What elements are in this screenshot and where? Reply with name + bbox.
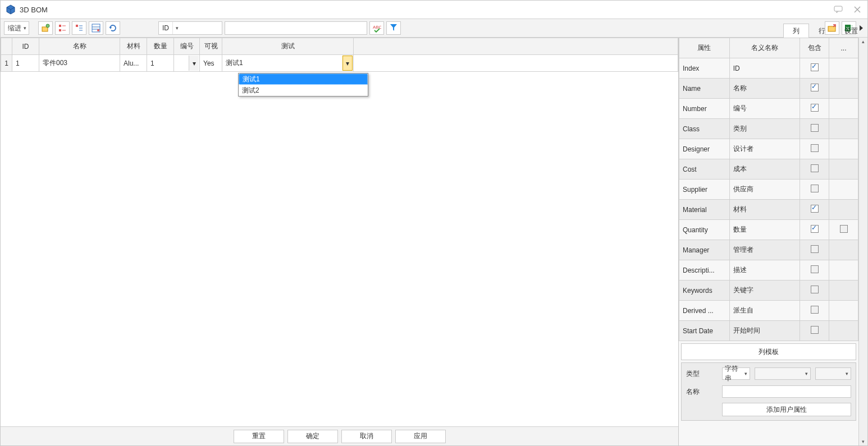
prop-extra[interactable] (829, 260, 858, 281)
prop-row[interactable]: Start Date开始时间 (679, 321, 858, 341)
cell-name[interactable]: 零件003 (39, 55, 120, 72)
ok-button[interactable]: 确定 (287, 430, 338, 443)
tool-icon-2[interactable] (55, 21, 70, 35)
add-user-property-button[interactable]: 添加用户属性 (722, 403, 851, 416)
prop-include[interactable] (800, 321, 829, 341)
checkbox-icon[interactable] (811, 286, 819, 293)
prop-extra[interactable] (829, 301, 858, 321)
col-header-name[interactable]: 名称 (39, 38, 120, 55)
prop-header-nominal[interactable]: 名义名称 (729, 38, 800, 58)
prop-include[interactable] (800, 139, 829, 159)
table-row[interactable]: 1 1 零件003 Alu... 1 ▾ Yes 测试1▾ (1, 55, 678, 72)
prop-include[interactable] (800, 220, 829, 240)
prop-row[interactable]: Quantity数量 (679, 220, 858, 240)
col-header-rownum[interactable] (1, 38, 12, 55)
prop-extra[interactable] (829, 321, 858, 341)
checkbox-icon[interactable] (811, 326, 819, 334)
right-scrollbar[interactable] (858, 38, 867, 445)
col-header-qty[interactable]: 数量 (147, 38, 174, 55)
cancel-button[interactable]: 取消 (341, 430, 392, 443)
prop-include[interactable] (800, 79, 829, 99)
type-combo[interactable]: 字符串▾ (722, 367, 750, 380)
prop-row[interactable]: Manager管理者 (679, 240, 858, 260)
prop-extra[interactable] (829, 240, 858, 260)
tool-icon-4[interactable] (89, 21, 103, 35)
test-dropdown[interactable]: 测试1 测试2 (238, 73, 368, 96)
prop-row[interactable]: Material材料 (679, 200, 858, 220)
prop-row[interactable]: Derived ...派生自 (679, 301, 858, 321)
dropdown-option[interactable]: 测试2 (239, 85, 368, 96)
prop-extra[interactable] (829, 79, 858, 99)
tool-icon-1[interactable] (38, 21, 53, 35)
prop-row[interactable]: Cost成本 (679, 159, 858, 180)
prop-row[interactable]: Class类别 (679, 119, 858, 139)
prop-row[interactable]: Descripti...描述 (679, 260, 858, 281)
cell-visible[interactable]: Yes (200, 55, 222, 72)
reset-button[interactable]: 重置 (234, 430, 284, 443)
name-input[interactable] (722, 385, 851, 398)
prop-extra[interactable] (829, 200, 858, 220)
prop-row[interactable]: Supplier供应商 (679, 180, 858, 200)
checkbox-icon[interactable] (811, 164, 819, 172)
tool-icon-3[interactable] (72, 21, 86, 35)
prop-row[interactable]: Keywords关键字 (679, 281, 858, 301)
chevron-down-icon[interactable]: ▾ (189, 56, 199, 71)
checkbox-icon[interactable] (811, 84, 819, 91)
prop-extra[interactable] (829, 159, 858, 180)
prop-include[interactable] (800, 301, 829, 321)
refresh-button[interactable] (106, 21, 120, 35)
type-combo-3[interactable]: ▾ (815, 367, 851, 380)
checkbox-icon[interactable] (811, 245, 819, 253)
checkbox-icon[interactable] (811, 63, 819, 71)
cell-test[interactable]: 测试1▾ (222, 55, 354, 72)
feedback-icon[interactable] (833, 4, 844, 15)
prop-extra[interactable] (829, 281, 858, 301)
close-icon[interactable] (852, 4, 863, 15)
chevron-down-icon[interactable]: ▾ (342, 56, 353, 71)
prop-include[interactable] (800, 180, 829, 200)
prop-extra[interactable] (829, 180, 858, 200)
checkbox-icon[interactable] (811, 265, 819, 273)
col-header-id[interactable]: ID (12, 38, 39, 55)
indent-button[interactable]: 缩进▾ (4, 21, 29, 35)
prop-include[interactable] (800, 260, 829, 281)
prop-include[interactable] (800, 99, 829, 119)
prop-extra[interactable] (829, 99, 858, 119)
prop-extra[interactable] (829, 139, 858, 159)
col-header-test[interactable]: 测试 (222, 38, 354, 55)
prop-extra[interactable] (829, 119, 858, 139)
prop-row[interactable]: IndexID (679, 58, 858, 79)
prop-row[interactable]: Number编号 (679, 99, 858, 119)
column-template-button[interactable]: 列模板 (681, 343, 856, 360)
prop-include[interactable] (800, 240, 829, 260)
apply-button[interactable]: 应用 (395, 430, 446, 443)
checkbox-icon[interactable] (840, 225, 848, 233)
checkbox-icon[interactable] (811, 144, 819, 152)
prop-header-extra[interactable]: ... (829, 38, 858, 58)
tab-settings[interactable]: 设置 (835, 24, 867, 38)
checkbox-icon[interactable] (811, 225, 819, 233)
cell-material[interactable]: Alu... (120, 55, 147, 72)
filter-button[interactable] (386, 21, 401, 35)
checkbox-icon[interactable] (811, 104, 819, 112)
checkbox-icon[interactable] (811, 185, 819, 192)
prop-include[interactable] (800, 58, 829, 79)
col-header-visible[interactable]: 可视 (200, 38, 222, 55)
dropdown-option[interactable]: 测试1 (239, 73, 368, 85)
prop-include[interactable] (800, 159, 829, 180)
col-header-material[interactable]: 材料 (120, 38, 147, 55)
checkbox-icon[interactable] (811, 205, 819, 213)
search-input[interactable] (225, 21, 367, 35)
prop-include[interactable] (800, 119, 829, 139)
tab-rows[interactable]: 行 (809, 24, 835, 38)
prop-header-attr[interactable]: 属性 (679, 38, 730, 58)
prop-extra[interactable] (829, 58, 858, 79)
type-combo-2[interactable]: ▾ (755, 367, 811, 380)
prop-header-include[interactable]: 包含 (800, 38, 829, 58)
spellcheck-button[interactable]: ABC (369, 21, 384, 35)
prop-row[interactable]: Name名称 (679, 79, 858, 99)
cell-number[interactable]: ▾ (174, 55, 200, 72)
cell-qty[interactable]: 1 (147, 55, 174, 72)
checkbox-icon[interactable] (811, 124, 819, 132)
field-combo[interactable]: ID▾ (158, 21, 222, 35)
